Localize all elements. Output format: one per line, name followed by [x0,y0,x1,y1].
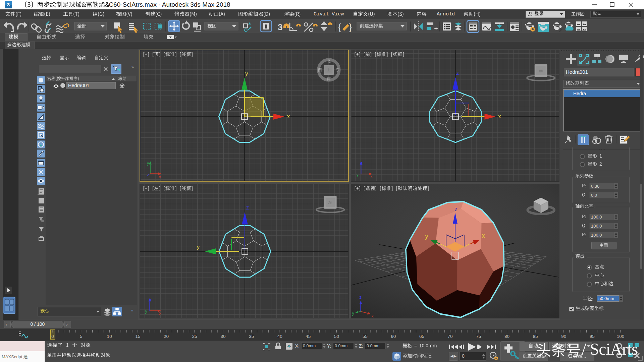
svg-text:z: z [359,295,361,300]
svg-text:z: z [147,172,149,177]
svg-text:y: y [245,70,248,77]
svg-text:x: x [370,174,373,179]
svg-text:z: z [456,70,459,76]
svg-text:y: y [147,161,149,166]
svg-text:z: z [246,204,249,211]
svg-text:}: } [349,22,352,32]
svg-text:z: z [454,206,458,213]
svg-text:x: x [159,311,161,316]
svg-text:3: 3 [7,2,10,7]
svg-text:{: { [338,22,341,32]
svg-text:y: y [197,244,200,250]
svg-text:x: x [159,174,161,179]
svg-text:z: z [360,161,362,166]
svg-text:x: x [287,113,290,120]
svg-text:z: z [149,297,151,302]
svg-text:3: 3 [278,22,282,32]
svg-text:y: y [352,311,355,316]
svg-text:x: x [498,113,501,120]
svg-text:x: x [371,313,374,318]
svg-text:y: y [145,309,147,314]
svg-text:x: x [482,232,485,239]
svg-text:y: y [425,233,428,240]
svg-text:y: y [357,172,359,177]
